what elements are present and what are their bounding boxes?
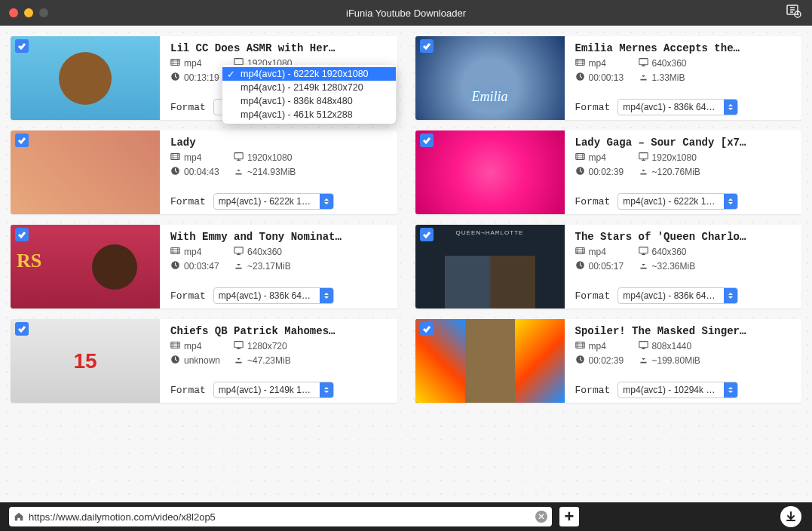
duration: 00:04:43	[170, 166, 234, 178]
download-icon	[639, 355, 648, 367]
svg-rect-24	[639, 342, 647, 348]
download-button[interactable]	[780, 506, 801, 527]
container-format: mp4	[575, 246, 639, 258]
svg-rect-6	[639, 59, 647, 65]
svg-rect-21	[234, 342, 243, 348]
video-thumbnail[interactable]	[415, 130, 565, 214]
svg-rect-17	[575, 247, 584, 253]
select-checkbox[interactable]	[15, 228, 29, 241]
container-format: mp4	[170, 152, 234, 164]
minimize-button[interactable]	[24, 8, 33, 17]
film-icon	[575, 152, 585, 164]
clock-icon	[575, 72, 585, 84]
format-select[interactable]: mp4(avc1) - 836k 640x…	[617, 99, 738, 115]
format-option[interactable]: mp4(avc1) - 461k 512x288	[222, 108, 396, 121]
resolution: 1280x720	[234, 340, 388, 352]
video-card: The Stars of 'Queen Charlo…mp4640x36000:…	[415, 225, 802, 308]
resolution: 640x360	[639, 57, 793, 69]
select-checkbox[interactable]	[420, 134, 434, 147]
format-option[interactable]: mp4(avc1) - 6222k 1920x1080	[222, 67, 396, 81]
duration: 00:05:17	[575, 260, 639, 272]
resolution: 1920x1080	[234, 152, 388, 164]
format-label: Format	[575, 290, 611, 302]
svg-rect-15	[234, 247, 243, 253]
select-checkbox[interactable]	[15, 322, 29, 336]
filesize: ~47.23MiB	[234, 355, 388, 367]
video-thumbnail[interactable]	[415, 319, 565, 403]
chevron-updown-icon	[724, 100, 737, 115]
video-title: With Emmy and Tony Nominat…	[170, 231, 388, 243]
container-format: mp4	[170, 246, 234, 258]
chevron-updown-icon	[320, 194, 333, 209]
screen-icon	[639, 246, 648, 258]
video-thumbnail[interactable]	[11, 36, 160, 120]
video-thumbnail[interactable]	[415, 225, 565, 308]
close-button[interactable]	[9, 8, 18, 17]
add-button[interactable]: +	[559, 507, 579, 526]
format-label: Format	[170, 102, 206, 113]
video-card: Chiefs QB Patrick Mahomes…mp41280x720unk…	[11, 319, 397, 403]
video-title: Emilia Mernes Accepts the…	[575, 42, 793, 54]
format-select[interactable]: mp4(avc1) - 6222k 192…	[617, 193, 738, 210]
format-label: Format	[575, 102, 611, 113]
url-text: https://www.dailymotion.com/video/x8l2op…	[29, 511, 531, 523]
maximize-button[interactable]	[39, 8, 48, 17]
format-option[interactable]: mp4(avc1) - 2149k 1280x720	[222, 81, 396, 94]
video-title: Lady	[170, 137, 388, 149]
duration: 00:00:13	[575, 72, 639, 84]
video-thumbnail[interactable]	[11, 319, 160, 403]
resolution: 808x1440	[639, 340, 793, 352]
select-checkbox[interactable]	[420, 322, 434, 336]
download-icon	[639, 260, 648, 272]
duration: 00:02:39	[575, 166, 639, 178]
format-select[interactable]: mp4(avc1) - 836k 640x…	[617, 287, 738, 304]
select-checkbox[interactable]	[15, 134, 29, 147]
format-option[interactable]: mp4(avc1) - 836k 848x480	[222, 94, 396, 108]
video-thumbnail[interactable]	[11, 225, 160, 308]
svg-rect-12	[639, 153, 647, 159]
format-dropdown-menu[interactable]: mp4(avc1) - 6222k 1920x1080mp4(avc1) - 2…	[222, 65, 396, 124]
duration: unknown	[170, 355, 234, 367]
video-thumbnail[interactable]	[11, 130, 160, 214]
video-title: Spoiler! The Masked Singer…	[575, 325, 793, 337]
video-card: Lady Gaga – Sour Candy [x7…mp41920x10800…	[415, 130, 802, 214]
video-thumbnail[interactable]	[415, 36, 565, 120]
download-icon	[234, 166, 244, 178]
content-area: Lil CC Does ASMR with Her…mp41920x108000…	[0, 26, 812, 502]
svg-rect-14	[171, 247, 179, 253]
url-input[interactable]: https://www.dailymotion.com/video/x8l2op…	[9, 507, 552, 526]
screen-icon	[234, 340, 244, 352]
screen-icon	[639, 152, 648, 164]
film-icon	[170, 57, 180, 69]
format-select[interactable]: mp4(avc1) - 6222k 192…	[213, 193, 334, 210]
svg-rect-3	[234, 59, 243, 65]
select-checkbox[interactable]	[420, 39, 434, 53]
screen-icon	[234, 246, 244, 258]
format-label: Format	[575, 196, 611, 207]
filesize: ~199.80MiB	[639, 355, 793, 367]
video-card: Spoiler! The Masked Singer…mp4808x144000…	[415, 319, 802, 403]
chevron-updown-icon	[724, 382, 737, 397]
titlebar: iFunia Youtube Downloader	[0, 0, 812, 26]
clock-icon	[170, 72, 180, 84]
format-select[interactable]: mp4(avc1) - 836k 640x…	[213, 287, 334, 304]
select-checkbox[interactable]	[420, 228, 434, 241]
svg-rect-2	[171, 59, 179, 65]
format-label: Format	[170, 385, 206, 396]
clock-icon	[575, 260, 585, 272]
video-title: Chiefs QB Patrick Mahomes…	[170, 325, 388, 337]
video-card: Emilia Mernes Accepts the…mp4640x36000:0…	[415, 36, 802, 120]
video-title: The Stars of 'Queen Charlo…	[575, 231, 793, 243]
duration: 00:02:39	[575, 355, 639, 367]
home-icon	[14, 511, 24, 522]
clear-url-button[interactable]: ✕	[535, 511, 547, 523]
svg-rect-23	[575, 342, 584, 348]
clock-icon	[170, 260, 180, 272]
container-format: mp4	[575, 152, 639, 164]
clock-icon	[170, 355, 180, 367]
clock-icon	[575, 166, 585, 178]
select-checkbox[interactable]	[15, 39, 29, 53]
library-icon[interactable]	[786, 5, 801, 21]
format-select[interactable]: mp4(avc1) - 2149k 128…	[213, 382, 334, 398]
format-select[interactable]: mp4(avc1) - 10294k 80…	[617, 382, 738, 398]
